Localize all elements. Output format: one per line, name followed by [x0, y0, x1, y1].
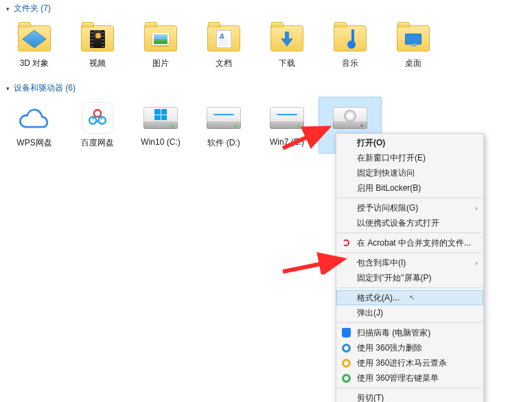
folder-downloads[interactable]: 下载: [255, 17, 319, 74]
menu-portable-device[interactable]: 以便携式设备方式打开: [336, 215, 483, 230]
menu-format[interactable]: 格式化(A)...↖: [336, 290, 483, 305]
drive-c[interactable]: Win10 (C:): [129, 97, 192, 154]
menu-label: 使用 360强力删除: [357, 342, 422, 354]
svg-point-2: [99, 117, 106, 123]
folder-label: 桌面: [405, 58, 421, 69]
acrobat-icon: [340, 237, 351, 248]
devices-title: 设备和驱动器 (6): [14, 82, 76, 94]
folder-label: 3D 对象: [20, 58, 49, 69]
menu-acrobat-combine[interactable]: 在 Acrobat 中合并支持的文件...: [336, 235, 483, 250]
menu-grant-access[interactable]: 授予访问权限(G)›: [336, 200, 483, 215]
menu-label: 弹出(J): [357, 307, 383, 319]
360-yellow-icon: [340, 357, 351, 368]
drive-label: Win10 (C:): [141, 137, 180, 147]
chevron-down-icon: ▾: [4, 5, 11, 12]
menu-label: 在 Acrobat 中合并支持的文件...: [357, 237, 471, 249]
folder-videos[interactable]: 视频: [66, 17, 129, 74]
folder-desktop[interactable]: 桌面: [382, 17, 445, 74]
drive-baidu[interactable]: 百度网盘: [66, 97, 129, 154]
menu-label: 使用 360进行木马云查杀: [357, 357, 447, 369]
menu-label: 以便携式设备方式打开: [357, 217, 439, 229]
menu-label: 固定到"开始"屏幕(P): [357, 272, 432, 284]
menu-bitlocker[interactable]: 启用 BitLocker(B): [336, 180, 483, 196]
menu-360-trojan[interactable]: 使用 360进行木马云查杀: [336, 355, 483, 370]
folder-icon: [141, 22, 180, 55]
chevron-down-icon: ▾: [4, 85, 11, 92]
menu-label: 扫描病毒 (电脑管家): [357, 327, 430, 339]
submenu-arrow-icon: ›: [475, 204, 478, 212]
folder-3d-objects[interactable]: 3D 对象: [3, 17, 66, 74]
devices-section-header[interactable]: ▾ 设备和驱动器 (6): [0, 80, 532, 95]
drive-label: 软件 (D:): [207, 137, 240, 149]
context-menu: 打开(O) 在新窗口中打开(E) 固定到快速访问 启用 BitLocker(B)…: [336, 133, 484, 402]
folder-label: 音乐: [342, 58, 358, 69]
menu-pin-quick-access[interactable]: 固定到快速访问: [336, 165, 483, 180]
menu-label: 授予访问权限(G): [357, 202, 418, 214]
folder-label: 下载: [279, 58, 295, 69]
baidu-netdisk-icon: [78, 102, 117, 134]
svg-point-1: [89, 117, 96, 123]
folder-documents[interactable]: A 文档: [192, 17, 255, 74]
menu-label: 格式化(A)...: [357, 292, 400, 304]
submenu-arrow-icon: ›: [475, 259, 478, 267]
folder-icon: [15, 22, 54, 55]
menu-separator: [338, 233, 482, 233]
drive-label: WPS网盘: [16, 137, 51, 149]
folder-label: 文档: [216, 58, 232, 69]
drive-d[interactable]: 软件 (D:): [192, 97, 255, 154]
menu-pin-start[interactable]: 固定到"开始"屏幕(P): [336, 270, 483, 285]
menu-label: 剪切(T): [357, 392, 384, 403]
drive-e[interactable]: Win7 (E:): [255, 97, 319, 154]
menu-include-library[interactable]: 包含到库中(I)›: [336, 255, 483, 270]
drive-icon: [141, 102, 180, 134]
360-blue-icon: [340, 342, 351, 353]
menu-label: 在新窗口中打开(E): [357, 152, 426, 164]
cursor-icon: ↖: [409, 294, 415, 301]
drive-icon: [205, 102, 243, 134]
folder-label: 视频: [89, 58, 106, 69]
shield-icon: [340, 327, 351, 338]
svg-point-0: [94, 110, 101, 117]
folder-label: 图片: [152, 58, 169, 69]
drive-label: Win7 (E:): [270, 137, 304, 147]
folder-pictures[interactable]: 图片: [129, 17, 192, 74]
drive-label: 百度网盘: [81, 137, 114, 149]
menu-label: 使用 360管理右键菜单: [357, 373, 439, 384]
cloud-icon: [15, 102, 54, 134]
menu-scan-virus[interactable]: 扫描病毒 (电脑管家): [336, 325, 483, 340]
menu-label: 启用 BitLocker(B): [357, 182, 421, 194]
menu-separator: [338, 322, 482, 323]
menu-label: 固定到快速访问: [357, 167, 415, 179]
360-green-icon: [340, 373, 351, 383]
menu-separator: [338, 287, 482, 288]
drive-icon: [268, 102, 306, 134]
drive-wps[interactable]: WPS网盘: [3, 97, 66, 154]
optical-drive-icon: [331, 102, 369, 134]
svg-line-4: [283, 259, 343, 272]
menu-open-label: 打开(O): [357, 137, 385, 149]
menu-cut[interactable]: 剪切(T): [336, 390, 483, 402]
folder-music[interactable]: 音乐: [319, 17, 382, 74]
folder-icon: A: [205, 22, 243, 55]
folders-title: 文件夹 (7): [14, 3, 51, 14]
folder-icon: [394, 22, 432, 55]
menu-eject[interactable]: 弹出(J): [336, 305, 483, 320]
menu-separator: [338, 252, 482, 253]
folder-icon: [331, 22, 369, 55]
folders-grid: 3D 对象 视频 图片 A 文档 下载 音乐 桌面: [0, 16, 532, 80]
menu-separator: [338, 198, 482, 198]
menu-360-delete[interactable]: 使用 360强力删除: [336, 340, 483, 355]
menu-new-window[interactable]: 在新窗口中打开(E): [336, 150, 483, 165]
menu-open[interactable]: 打开(O): [336, 135, 483, 150]
folder-icon: [78, 22, 117, 55]
folder-icon: [268, 22, 306, 55]
menu-label: 包含到库中(I): [357, 257, 406, 269]
menu-separator: [338, 388, 482, 388]
menu-360-rightmenu[interactable]: 使用 360管理右键菜单: [336, 370, 483, 386]
folders-section-header[interactable]: ▾ 文件夹 (7): [0, 0, 532, 16]
